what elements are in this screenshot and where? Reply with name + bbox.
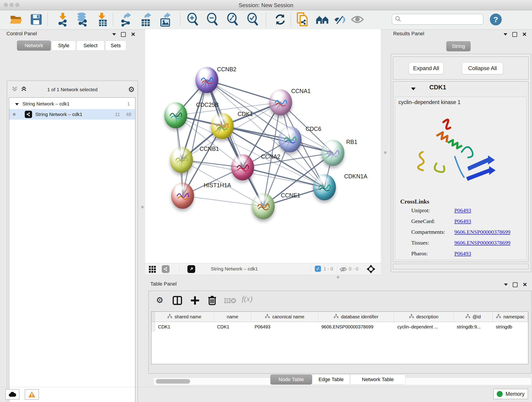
float-panel-icon[interactable] (512, 32, 517, 37)
network-row-selected[interactable]: String Network – cdk1 11 48 (9, 109, 135, 120)
tab-style[interactable]: Style (51, 41, 76, 51)
node-label-ccna1: CCNA1 (291, 88, 311, 95)
close-panel-icon[interactable]: ✕ (523, 282, 527, 287)
show-columns-icon[interactable] (172, 296, 182, 306)
node-hist1h1a[interactable] (171, 183, 194, 209)
node-cdkn1a[interactable] (313, 174, 336, 200)
zoom-in-icon[interactable] (186, 13, 199, 27)
cell-canonical-name[interactable]: P06493 (251, 322, 318, 332)
cell-shared-name[interactable]: CDK1 (155, 322, 214, 332)
hscrollbar-thumb[interactable] (156, 379, 190, 384)
column-header-description[interactable]: description (394, 312, 454, 322)
help-button[interactable]: ? (490, 13, 502, 26)
crosslink-link-uniprot-[interactable]: P06493 (454, 207, 471, 214)
node-ccnb1[interactable] (170, 147, 193, 173)
refresh-icon[interactable] (274, 13, 286, 27)
collection-disclosure-icon[interactable] (15, 101, 19, 107)
save-session-icon[interactable] (30, 14, 42, 26)
column-header--id[interactable]: @id (454, 312, 493, 322)
bottom-splitter-handle[interactable] (337, 276, 339, 279)
node-cdc6[interactable] (279, 126, 302, 153)
table-row[interactable]: CDK1CDK1P064939606.ENSP00000378699cyclin… (152, 322, 528, 332)
tab-edge-table[interactable]: Edge Table (312, 375, 350, 385)
node-cdk1[interactable] (211, 113, 234, 139)
detach-view-icon[interactable] (187, 265, 195, 273)
network-options-gear-icon[interactable]: ⚙ (128, 85, 135, 94)
crosslink-link-genecard-[interactable]: P06493 (454, 218, 471, 224)
zoom-fit-icon[interactable] (226, 13, 239, 27)
tab-select[interactable]: Select (76, 41, 104, 51)
selected-checkbox-icon[interactable]: ✓ (315, 266, 321, 272)
panel-menu-icon[interactable] (504, 32, 507, 36)
delete-column-icon[interactable] (208, 295, 216, 306)
tab-network[interactable]: Network (17, 41, 51, 51)
close-panel-icon[interactable]: ✕ (522, 32, 527, 37)
panel-menu-icon[interactable] (504, 283, 508, 287)
import-table-file-icon[interactable] (96, 12, 108, 27)
right-splitter-handle[interactable] (384, 151, 386, 154)
export-network-icon[interactable] (120, 12, 133, 27)
node-ccna2[interactable] (231, 154, 254, 180)
network-collection-row[interactable]: String Network – cdk1 1 (9, 99, 135, 109)
column-header-database-identifier[interactable]: database identifier (318, 312, 394, 322)
float-panel-icon[interactable] (121, 32, 126, 37)
create-column-icon[interactable] (190, 296, 200, 306)
search-field[interactable] (392, 14, 483, 25)
table-settings-gear-icon[interactable]: ⚙ (156, 295, 163, 305)
cell--id[interactable]: stringdb:9... (454, 322, 493, 332)
grid-view-icon[interactable] (149, 266, 156, 274)
column-header-name[interactable]: name (214, 312, 252, 322)
search-input[interactable] (401, 16, 477, 22)
import-network-file-icon[interactable] (56, 12, 69, 27)
export-table-icon[interactable] (140, 12, 152, 27)
close-panel-icon[interactable]: ✕ (131, 32, 135, 37)
network-view-type-icon[interactable] (162, 265, 170, 273)
zoom-out-icon[interactable] (206, 13, 219, 27)
birdseye-navigator-icon[interactable] (367, 265, 375, 274)
cell-namespac[interactable]: stringdb (493, 322, 528, 332)
collapse-all-button[interactable]: Collapse All (462, 62, 503, 74)
cell-name[interactable]: CDK1 (214, 322, 252, 332)
float-panel-icon[interactable] (513, 282, 518, 287)
crosslink-label-uniprot-: Uniprot: (411, 207, 430, 214)
tab-network-table[interactable]: Network Table (350, 375, 405, 385)
crosslink-link-pharos-[interactable]: P06493 (454, 250, 471, 257)
duplicate-network-icon[interactable] (297, 12, 308, 27)
open-session-icon[interactable] (10, 14, 23, 26)
viewbar-separator (337, 265, 337, 273)
tab-sets[interactable]: Sets (105, 41, 126, 51)
node-rb1[interactable] (322, 140, 344, 166)
section-disclosure-icon[interactable] (411, 87, 416, 91)
zoom-selected-icon[interactable] (247, 13, 259, 27)
column-header-canonical-name[interactable]: canonical name (251, 312, 318, 322)
panel-menu-icon[interactable] (112, 32, 116, 36)
column-header-shared-name[interactable]: shared name (155, 312, 214, 322)
control-panel: Control Panel ✕ NetworkStyleSelectSets 1… (2, 29, 140, 380)
node-ccne1[interactable] (252, 193, 275, 219)
network-canvas[interactable]: CCNB2CCNA1CDC25BCDK1CDC6RB1CCNB1CCNA2CDK… (145, 29, 381, 263)
tab-node-table[interactable]: Node Table (270, 375, 312, 385)
first-neighbors-icon[interactable] (316, 14, 329, 26)
cell-description[interactable]: cyclin–dependent ... (394, 322, 454, 332)
memory-button[interactable]: Memory (493, 389, 528, 399)
expand-all-button[interactable]: Expand All (409, 62, 443, 74)
crosslink-link-compartments-[interactable]: 9606.ENSP00000378699 (454, 229, 510, 235)
toolbar-separator (47, 13, 48, 26)
cloud-button[interactable] (5, 389, 19, 400)
import-network-database-icon[interactable] (75, 12, 89, 27)
node-ccnb2[interactable] (196, 67, 218, 93)
export-image-icon[interactable] (159, 12, 172, 27)
left-splitter-handle[interactable] (141, 206, 144, 208)
node-label-cdkn1a: CDKN1A (344, 173, 367, 180)
warning-button[interactable] (25, 389, 39, 400)
column-label: description (416, 314, 438, 319)
node-cdc25b[interactable] (164, 102, 187, 128)
crosslink-link-tissues-[interactable]: 9606.ENSP00000378699 (454, 240, 510, 246)
node-label-ccnb2: CCNB2 (217, 66, 236, 73)
column-header-namespac[interactable]: namespac (493, 312, 528, 322)
hidden-eye-slash-icon[interactable] (340, 267, 347, 273)
cell-database-identifier[interactable]: 9606.ENSP00000378699 (318, 322, 394, 332)
node-ccna1[interactable] (269, 89, 292, 115)
tab-string[interactable]: String (446, 41, 471, 51)
hide-unhide-icon[interactable] (334, 14, 347, 26)
